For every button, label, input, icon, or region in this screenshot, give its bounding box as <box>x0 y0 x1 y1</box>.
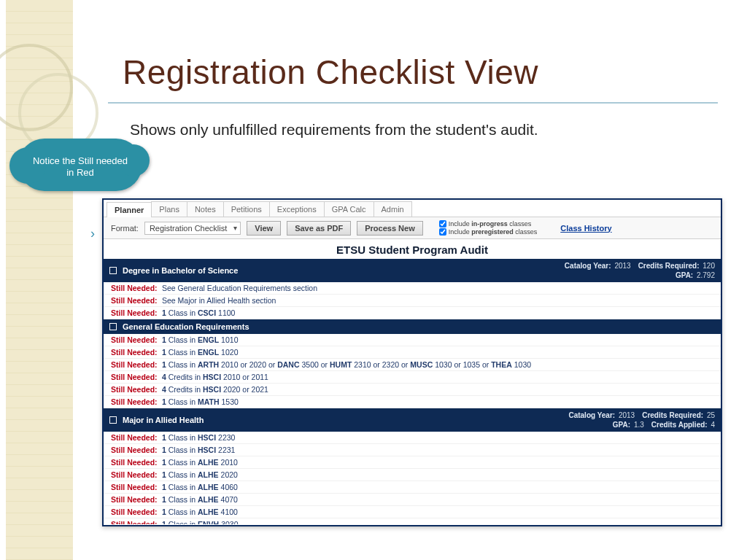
save-pdf-button[interactable]: Save as PDF <box>287 221 351 236</box>
requirement-row: Still Needed:1 Class in MATH 1530 <box>104 396 721 408</box>
include-inprogress-option[interactable]: Include in-progress classes <box>439 220 538 228</box>
requirement-text: 4 Credits in HSCI 2010 or 2011 <box>162 373 268 381</box>
stat: Credits Required: 120 <box>638 262 715 270</box>
audit-body: Degree in Bachelor of ScienceCatalog Yea… <box>104 259 721 524</box>
requirement-text: 1 Class in ENGL 1020 <box>162 348 238 357</box>
still-needed-label: Still Needed: <box>111 446 162 454</box>
tab-bar: PlannerPlansNotesPetitionsExceptionsGPA … <box>104 200 721 217</box>
include-inprogress-checkbox[interactable] <box>439 220 446 228</box>
still-needed-label: Still Needed: <box>111 520 162 524</box>
checkbox-icon <box>109 416 117 424</box>
requirement-text: 1 Class in ALHE 4100 <box>162 508 238 516</box>
tab-petitions[interactable]: Petitions <box>223 201 270 217</box>
stat: GPA: 1.3 <box>613 421 644 429</box>
requirement-text: See Major in Allied Health section <box>162 296 276 305</box>
slide-subtitle: Shows only unfulfilled requirements from… <box>130 121 538 139</box>
requirement-row: Still Needed:1 Class in ALHE 2010 <box>104 456 721 469</box>
requirement-text: 1 Class in ALHE 4070 <box>162 495 238 504</box>
still-needed-label: Still Needed: <box>111 373 162 381</box>
still-needed-label: Still Needed: <box>111 296 162 305</box>
still-needed-label: Still Needed: <box>111 308 162 317</box>
requirement-row: Still Needed:1 Class in ALHE 2020 <box>104 469 721 481</box>
requirement-row: Still Needed:1 Class in ARTH 2010 or 202… <box>104 359 721 371</box>
still-needed-label: Still Needed: <box>111 360 162 369</box>
tab-gpa-calc[interactable]: GPA Calc <box>324 201 374 217</box>
still-needed-label: Still Needed: <box>111 284 162 292</box>
tab-exceptions[interactable]: Exceptions <box>269 201 325 217</box>
requirement-text: 1 Class in ALHE 4060 <box>162 483 238 491</box>
section-header[interactable]: Degree in Bachelor of ScienceCatalog Yea… <box>104 259 721 282</box>
still-needed-label: Still Needed: <box>111 348 162 357</box>
view-button[interactable]: View <box>247 221 281 236</box>
section-header[interactable]: General Education Requirements <box>104 319 721 334</box>
still-needed-label: Still Needed: <box>111 470 162 479</box>
still-needed-label: Still Needed: <box>111 433 162 442</box>
chevron-right-icon: › <box>90 226 95 241</box>
requirement-row: Still Needed:1 Class in HSCI 2231 <box>104 444 721 456</box>
requirement-row: Still Needed:1 Class in ALHE 4060 <box>104 481 721 494</box>
section-title: Degree in Bachelor of Science <box>123 266 238 275</box>
section-title: General Education Requirements <box>123 322 249 331</box>
requirement-row: Still Needed:1 Class in ENGL 1010 <box>104 334 721 346</box>
requirement-row: Still Needed:1 Class in ALHE 4070 <box>104 494 721 506</box>
tab-planner[interactable]: Planner <box>107 202 152 217</box>
still-needed-label: Still Needed: <box>111 335 162 344</box>
requirement-text: 1 Class in HSCI 2231 <box>162 446 235 454</box>
requirement-text: 1 Class in ALHE 2010 <box>162 458 238 467</box>
still-needed-label: Still Needed: <box>111 458 162 467</box>
slide-title: Registration Checklist View <box>123 52 538 92</box>
requirement-text: 1 Class in ENGL 1010 <box>162 335 238 344</box>
requirement-row: Still Needed:1 Class in ENVH 3030 <box>104 518 721 524</box>
tab-notes[interactable]: Notes <box>187 201 224 217</box>
stat: Credits Required: 25 <box>642 411 715 419</box>
requirement-row: Still Needed:1 Class in ENGL 1020 <box>104 346 721 359</box>
title-underline <box>108 102 718 104</box>
toolbar: Format: Registration Checklist View Save… <box>104 217 721 239</box>
still-needed-label: Still Needed: <box>111 483 162 491</box>
requirement-row: Still Needed:1 Class in CSCI 1100 <box>104 307 721 319</box>
audit-window: PlannerPlansNotesPetitionsExceptionsGPA … <box>102 198 722 526</box>
requirement-text: 1 Class in ARTH 2010 or 2020 or DANC 350… <box>162 360 531 369</box>
requirement-text: 1 Class in CSCI 1100 <box>162 308 235 317</box>
format-label: Format: <box>111 224 139 233</box>
section-header[interactable]: Major in Allied HealthCatalog Year: 2013… <box>104 408 721 432</box>
checkbox-icon <box>109 267 117 274</box>
include-prereg-checkbox[interactable] <box>439 228 446 236</box>
checkbox-icon <box>109 323 117 330</box>
requirement-row: Still Needed:4 Credits in HSCI 2020 or 2… <box>104 384 721 396</box>
still-needed-label: Still Needed: <box>111 397 162 406</box>
requirement-text: 1 Class in HSCI 2230 <box>162 433 235 442</box>
requirement-text: 4 Credits in HSCI 2020 or 2021 <box>162 385 268 394</box>
requirement-text: See General Education Requirements secti… <box>162 284 317 292</box>
audit-title: ETSU Student Program Audit <box>104 239 721 259</box>
stat: GPA: 2.792 <box>676 271 715 279</box>
tab-admin[interactable]: Admin <box>374 201 412 217</box>
still-needed-label: Still Needed: <box>111 508 162 516</box>
requirement-row: Still Needed:See Major in Allied Health … <box>104 295 721 307</box>
section-title: Major in Allied Health <box>123 416 204 424</box>
requirement-text: 1 Class in ENVH 3030 <box>162 520 239 524</box>
process-new-button[interactable]: Process New <box>357 221 422 236</box>
include-options: Include in-progress classes Include prer… <box>439 220 538 236</box>
requirement-text: 1 Class in ALHE 2020 <box>162 470 238 479</box>
requirement-text: 1 Class in MATH 1530 <box>162 397 239 406</box>
format-dropdown[interactable]: Registration Checklist <box>144 222 241 235</box>
callout-text: Notice the Still needed in Red <box>18 139 142 195</box>
still-needed-label: Still Needed: <box>111 495 162 504</box>
requirement-row: Still Needed:See General Education Requi… <box>104 282 721 295</box>
requirement-row: Still Needed:1 Class in HSCI 2230 <box>104 432 721 444</box>
callout-cloud: Notice the Still needed in Red <box>18 139 142 195</box>
class-history-link[interactable]: Class History <box>560 224 611 233</box>
decorative-ribbon <box>0 0 73 560</box>
requirement-row: Still Needed:1 Class in ALHE 4100 <box>104 506 721 518</box>
requirement-row: Still Needed:4 Credits in HSCI 2010 or 2… <box>104 371 721 384</box>
tab-plans[interactable]: Plans <box>151 201 187 217</box>
stat: Credits Applied: 4 <box>651 421 715 429</box>
stat: Catalog Year: 2013 <box>565 262 631 270</box>
include-prereg-option[interactable]: Include preregistered classes <box>439 228 538 236</box>
still-needed-label: Still Needed: <box>111 385 162 394</box>
stat: Catalog Year: 2013 <box>568 411 635 419</box>
